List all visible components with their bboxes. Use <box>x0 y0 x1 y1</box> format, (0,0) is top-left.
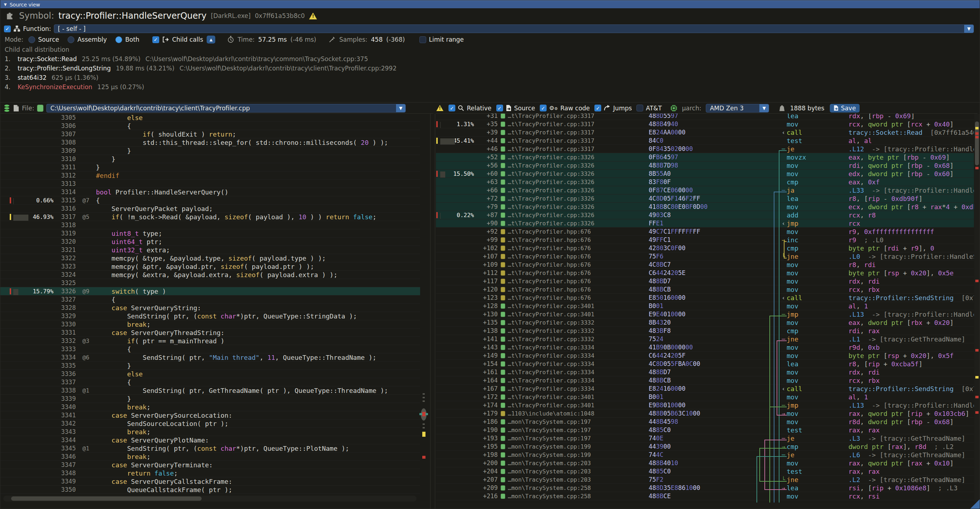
asm-line[interactable]: 0.22%+87…t\TracyProfiler.cpp:33264903C8a… <box>436 211 974 219</box>
asm-line[interactable]: +164…t\TracyProfiler.cpp:3334488BCBmovrc… <box>436 376 974 385</box>
child-call-entry[interactable]: 1.tracy::Socket::Read25.25 ms (54.89%)C:… <box>5 54 980 64</box>
asm-line[interactable]: +143…t\TracyProfiler.cpp:333441B90B00000… <box>436 343 974 352</box>
asm-line[interactable]: +172…t\TracyProfiler.cpp:3401B001moval, … <box>436 393 974 401</box>
asm-line[interactable]: +209…mon\TracySystem.cpp:258488D35E88610… <box>436 484 974 492</box>
title-bar[interactable]: ▼ Source view <box>0 0 980 8</box>
source-vertical-scrollbar[interactable] <box>421 114 426 509</box>
source-line[interactable]: 3305 else <box>0 114 420 122</box>
source-line[interactable]: 3337 { <box>0 378 420 387</box>
source-line[interactable]: 3331 case ServerQueryThreadString: <box>0 329 420 337</box>
radio-source[interactable]: Source <box>29 36 59 43</box>
scrollbar-thumb[interactable] <box>11 496 202 501</box>
asm-line[interactable]: +107…t\TracyProfiler.hpp:67675F6└jne.L0 … <box>436 252 974 261</box>
file-color-swatch[interactable] <box>37 105 43 112</box>
rawcode-checkbox[interactable]: ✓ ⚙⚙ Raw code <box>540 105 590 112</box>
asm-line[interactable]: +128…t\TracyProfiler.cpp:3401B001moval, … <box>436 302 974 310</box>
function-checkbox[interactable]: ✓ <box>4 25 11 32</box>
source-line[interactable]: 3341 case ServerQuerySourceLocation: <box>0 411 420 420</box>
asm-line[interactable]: +193…mon\TracySystem.cpp:197740E─je.L3 -… <box>436 434 974 442</box>
source-line[interactable]: 3339 } <box>0 395 420 403</box>
source-line[interactable]: 46.93%3317@5 if( !m_sock->Read( &payload… <box>0 213 420 221</box>
asm-line[interactable]: +39…t\TracyProfiler.cpp:3317E824AA0000‹c… <box>436 128 974 137</box>
asm-line[interactable]: +167…t\TracyProfiler.cpp:3334E824160000‹… <box>436 385 974 393</box>
jumps-checkbox[interactable]: ✓ Jumps <box>594 105 632 112</box>
source-line[interactable]: 3330 break; <box>0 320 420 329</box>
child-call-entry[interactable]: 2.tracy::Profiler::SendLongString19.88 m… <box>5 64 980 73</box>
source-line[interactable]: 15.79%3326@9 switch( type ) <box>0 287 420 296</box>
limit-range-checkbox[interactable]: Limit range <box>419 36 464 43</box>
asm-line[interactable]: +109…t\TracyProfiler.hpp:6764C8BC7movr8,… <box>436 261 974 269</box>
source-line[interactable]: 3338@1 SendString( ptr, GetThreadName( p… <box>0 387 420 395</box>
asm-line[interactable]: +46…t\TracyProfiler.cpp:33170F8435020000… <box>436 145 974 153</box>
source-line[interactable]: 3306 { <box>0 122 420 130</box>
source-line[interactable]: 3322 memcpy( &type, &payload.type, sizeo… <box>0 254 420 262</box>
source-line[interactable]: 3313 <box>0 180 420 188</box>
source-line[interactable]: 3329 SendString( ptr, (const char*)ptr, … <box>0 312 420 320</box>
source-line[interactable]: 3323 memcpy( &ptr, &payload.ptr, sizeof(… <box>0 262 420 271</box>
source-line[interactable]: 3348 return false; <box>0 469 420 477</box>
asm-line[interactable]: 1.31%+35…t\TracyProfiler.cpp:3317488B494… <box>436 120 974 128</box>
radio-both[interactable]: Both <box>115 36 140 43</box>
asm-line[interactable]: +90…t\TracyProfiler.cpp:3326FFE1‹jmprcx <box>436 219 974 227</box>
asm-line[interactable]: +204…mon\TracySystem.cpp:2034885C0testra… <box>436 467 974 476</box>
asm-line[interactable]: +130…t\TracyProfiler.cpp:3401E9E4010000─… <box>436 310 974 318</box>
source-line[interactable]: 3335 } <box>0 362 420 370</box>
file-combo[interactable]: C:\Users\wolf\Desktop\darkrl\contrib\tra… <box>46 104 406 113</box>
source-line[interactable]: 3343 break; <box>0 428 420 436</box>
source-line[interactable]: 3336 else <box>0 370 420 378</box>
asm-line[interactable]: +207…mon\TracySystem.cpp:20375F2└jne.L2 … <box>436 476 974 484</box>
asm-line[interactable]: +123…t\TracyProfiler.hpp:676E850160000‹c… <box>436 294 974 302</box>
asm-line[interactable]: +179…1103\include\atomic:1048488B05B63C1… <box>436 409 974 418</box>
asm-line[interactable]: +198…mon\TracySystem.cpp:199744C─je.L6 -… <box>436 451 974 459</box>
source-line[interactable]: 3325 <box>0 279 420 287</box>
collapse-icon[interactable]: ▼ <box>4 3 7 6</box>
source-line[interactable]: 3332@3 if( ptr == m_mainThread ) <box>0 337 420 345</box>
source-line[interactable]: 3324 memcpy( &extra, &payload.extra, siz… <box>0 271 420 279</box>
asm-line[interactable]: +102…t\TracyProfiler.hpp:67642803C0F00cm… <box>436 244 974 252</box>
asm-line[interactable]: +141…t\TracyProfiler.cpp:33327524─jne.L1… <box>436 335 974 343</box>
asm-line[interactable]: +135…t\TracyProfiler.cpp:33328B4320movea… <box>436 318 974 327</box>
asm-line[interactable]: 15.50%+60…t\TracyProfiler.cpp:33268B55A0… <box>436 170 974 178</box>
source-line[interactable]: 3310 } <box>0 155 420 163</box>
asm-line[interactable]: +138…t\TracyProfiler.cpp:3332483BF8cmprd… <box>436 327 974 335</box>
asm-line[interactable]: +154…t\TracyProfiler.cpp:33344C8D055FBA0… <box>436 360 974 368</box>
chevron-down-icon[interactable]: ▼ <box>759 104 769 112</box>
source-checkbox[interactable]: ✓ Source <box>496 105 535 112</box>
asm-line[interactable]: 45.41%+44…t\TracyProfiler.cpp:331784C0te… <box>436 137 974 145</box>
asm-line[interactable]: +52…t\TracyProfiler.cpp:33260FB64597movz… <box>436 153 974 161</box>
asm-line[interactable]: +200…mon\TracySystem.cpp:203488B4010movr… <box>436 459 974 467</box>
source-line[interactable]: 3333 { <box>0 345 420 353</box>
child-call-entry[interactable]: 4.KeSynchronizeExecution125 µs (0.27%) <box>5 82 980 92</box>
source-line[interactable]: 3320 uint64_t ptr; <box>0 238 420 246</box>
asm-line[interactable]: +112…t\TracyProfiler.hpp:676C64424205Emo… <box>436 269 974 277</box>
source-line[interactable]: 3340 break; <box>0 403 420 411</box>
source-line[interactable]: 3342 SendSourceLocation( ptr ); <box>0 420 420 428</box>
source-line[interactable]: 3328 case ServerQueryString: <box>0 304 420 312</box>
asm-line[interactable]: +63…t\TracyProfiler.cpp:332683F80Fcmpeax… <box>436 178 974 186</box>
asm-line[interactable]: +31…t\TracyProfiler.cpp:3317488D5597lear… <box>436 114 974 120</box>
source-line[interactable]: 3314bool Profiler::HandleServerQuery() <box>0 188 420 196</box>
resize-handle[interactable] <box>970 499 980 509</box>
source-line[interactable]: 3312#endif <box>0 172 420 180</box>
chevron-down-icon[interactable]: ▼ <box>396 104 406 112</box>
relative-checkbox[interactable]: ✓ Relative <box>449 105 492 112</box>
source-line[interactable]: 3345@1 SendString( ptr, (const char*)ptr… <box>0 444 420 453</box>
function-combo[interactable]: [ - self - ] ▼ <box>54 24 974 33</box>
asm-line[interactable]: +56…t\TracyProfiler.cpp:3326488B7D98movr… <box>436 161 974 170</box>
att-checkbox[interactable]: AT&T <box>636 105 662 112</box>
source-line[interactable]: 3319 uint8_t type; <box>0 229 420 238</box>
assembly-vertical-scrollbar[interactable] <box>974 114 980 502</box>
source-horizontal-scrollbar[interactable] <box>3 496 417 501</box>
source-line[interactable]: 3316 ServerQueryPacket payload; <box>0 205 420 213</box>
source-line[interactable]: 3347 case ServerQueryTerminate: <box>0 461 420 469</box>
source-line[interactable]: 3311} <box>0 163 420 172</box>
asm-line[interactable]: +190…mon\TracySystem.cpp:1974885C0testra… <box>436 426 974 434</box>
asm-line[interactable]: +149…t\TracyProfiler.cpp:3334C64424205Fm… <box>436 352 974 360</box>
save-button[interactable]: Save <box>830 104 860 113</box>
source-line[interactable]: 3327 { <box>0 296 420 304</box>
asm-line[interactable]: +186…mon\TracySystem.cpp:197448B4598movr… <box>436 418 974 426</box>
source-line[interactable]: 3318 <box>0 221 420 229</box>
source-line[interactable]: 3321 uint32_t extra; <box>0 246 420 254</box>
asm-line[interactable]: +161…t\TracyProfiler.cpp:3334488BD7movrd… <box>436 368 974 376</box>
child-call-entry[interactable]: 3.stat64i32625 µs (1.36%) <box>5 73 980 82</box>
